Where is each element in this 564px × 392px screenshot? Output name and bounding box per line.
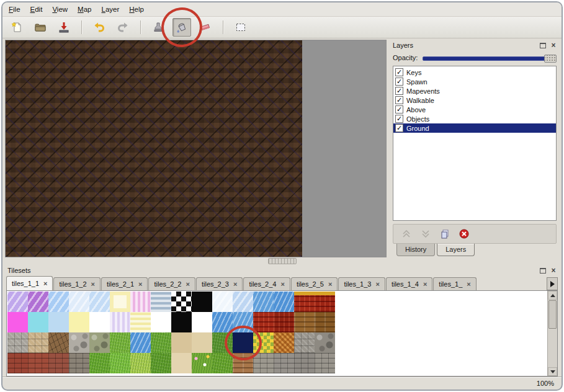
tileset-tab-tiles_1_1[interactable]: tiles_1_1× — [6, 276, 53, 290]
menu-item-edit[interactable]: Edit — [30, 6, 43, 13]
tab-close-icon[interactable]: × — [91, 281, 95, 287]
tile[interactable] — [171, 332, 192, 353]
tile[interactable] — [274, 353, 294, 373]
tile[interactable] — [151, 353, 171, 373]
float-panel-button[interactable] — [539, 267, 547, 275]
tile[interactable] — [253, 353, 274, 373]
tile[interactable] — [110, 292, 130, 312]
tile[interactable] — [130, 312, 151, 332]
layer-visibility-checkbox[interactable]: ✓ — [395, 68, 403, 76]
tile[interactable] — [89, 353, 110, 373]
layer-row-ground[interactable]: ✓Ground — [393, 123, 556, 133]
splitter-grip[interactable] — [268, 258, 297, 264]
layer-visibility-checkbox[interactable]: ✓ — [395, 105, 403, 114]
tab-close-icon[interactable]: × — [423, 281, 427, 287]
layer-visibility-checkbox[interactable]: ✓ — [395, 115, 403, 123]
layer-duplicate-button[interactable] — [438, 227, 452, 241]
tile[interactable] — [192, 312, 212, 332]
tile-highlighted[interactable] — [233, 332, 253, 353]
close-panel-button[interactable]: × — [549, 42, 558, 50]
tileset-tab-tiles_2_2[interactable]: tiles_2_2× — [148, 277, 195, 290]
tile[interactable] — [130, 332, 151, 353]
tile[interactable] — [212, 292, 233, 312]
tile[interactable] — [253, 332, 274, 353]
tile[interactable] — [212, 332, 233, 353]
layer-move-down-button[interactable] — [419, 227, 432, 241]
tile[interactable] — [233, 292, 253, 312]
layer-visibility-checkbox[interactable]: ✓ — [395, 78, 403, 86]
tile[interactable] — [28, 292, 48, 312]
tile[interactable] — [212, 353, 233, 373]
scroll-track[interactable] — [548, 329, 557, 367]
undo-button[interactable] — [90, 18, 109, 37]
tile[interactable] — [253, 292, 274, 312]
tileset-tab-tiles_2_4[interactable]: tiles_2_4× — [243, 277, 290, 290]
menu-item-map[interactable]: Map — [78, 6, 91, 13]
select-tool-button[interactable] — [231, 18, 250, 37]
tileset-tab-tiles_2_3[interactable]: tiles_2_3× — [196, 277, 243, 290]
tab-close-icon[interactable]: × — [138, 281, 142, 287]
new-button[interactable] — [7, 18, 26, 37]
tab-scroll-right-button[interactable] — [547, 277, 558, 290]
tile[interactable] — [171, 353, 192, 373]
tile[interactable] — [192, 353, 212, 373]
tile[interactable] — [69, 292, 89, 312]
eraser-tool-button[interactable] — [196, 18, 215, 37]
tile[interactable] — [294, 312, 315, 332]
tileset-tab-tiles_1_[interactable]: tiles_1_× — [433, 277, 476, 290]
layer-visibility-checkbox[interactable]: ✓ — [395, 87, 403, 95]
tile[interactable] — [69, 353, 89, 373]
tile[interactable] — [130, 353, 151, 373]
tile[interactable] — [48, 353, 69, 373]
tile[interactable] — [315, 312, 335, 332]
tile[interactable] — [89, 312, 110, 332]
tile[interactable] — [28, 353, 48, 373]
open-button[interactable] — [31, 18, 50, 37]
tile[interactable] — [48, 332, 69, 353]
stamp-tool-button[interactable] — [149, 18, 168, 37]
tileset-tab-tiles_1_3[interactable]: tiles_1_3× — [338, 277, 385, 290]
tile[interactable] — [151, 312, 171, 332]
tile[interactable] — [212, 312, 233, 332]
close-panel-button[interactable]: × — [549, 267, 558, 275]
tile[interactable] — [233, 353, 253, 373]
tile[interactable] — [110, 332, 130, 353]
tile[interactable] — [151, 292, 171, 312]
tab-close-icon[interactable]: × — [186, 281, 190, 287]
tile[interactable] — [130, 292, 151, 312]
tile[interactable] — [110, 312, 130, 332]
tile[interactable] — [28, 312, 48, 332]
tile[interactable] — [28, 332, 48, 353]
horizontal-splitter[interactable] — [2, 257, 562, 265]
menu-item-help[interactable]: Help — [129, 6, 144, 13]
layer-visibility-checkbox[interactable]: ✓ — [395, 124, 403, 132]
scroll-thumb[interactable] — [548, 300, 557, 329]
tile[interactable] — [89, 292, 110, 312]
layer-row-keys[interactable]: ✓Keys — [393, 68, 556, 77]
tile[interactable] — [7, 332, 28, 353]
tile[interactable] — [110, 353, 130, 373]
tab-close-icon[interactable]: × — [467, 281, 470, 287]
tile[interactable] — [7, 312, 28, 332]
scroll-up-button[interactable] — [548, 291, 557, 300]
fill-tool-button[interactable] — [172, 18, 191, 37]
tab-close-icon[interactable]: × — [375, 281, 379, 287]
tab-close-icon[interactable]: × — [233, 281, 237, 287]
tileset-tab-tiles_2_1[interactable]: tiles_2_1× — [101, 277, 148, 290]
tile[interactable] — [192, 292, 212, 312]
menu-item-layer[interactable]: Layer — [102, 6, 120, 13]
tile[interactable] — [48, 292, 69, 312]
opacity-slider-handle[interactable] — [544, 55, 557, 63]
tile[interactable] — [294, 353, 315, 373]
tile[interactable] — [69, 312, 89, 332]
menu-item-view[interactable]: View — [52, 6, 68, 13]
menu-item-file[interactable]: File — [9, 6, 20, 13]
tile[interactable] — [274, 332, 294, 353]
tab-close-icon[interactable]: × — [328, 281, 332, 287]
tile[interactable] — [89, 332, 110, 353]
tile[interactable] — [315, 332, 335, 353]
layer-row-spawn[interactable]: ✓Spawn — [393, 77, 556, 86]
tile[interactable] — [48, 312, 69, 332]
tile[interactable] — [274, 312, 294, 332]
tile[interactable] — [253, 312, 274, 332]
